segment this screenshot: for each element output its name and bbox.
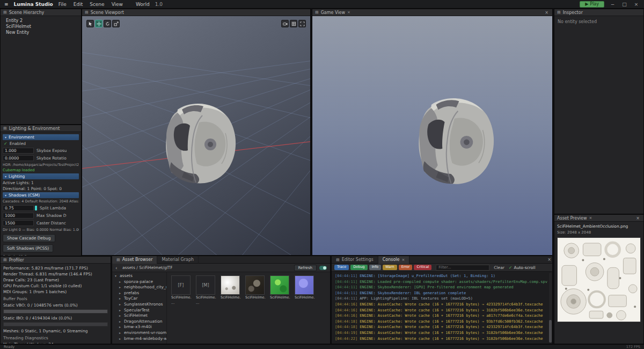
folder-label: SpecularTest — [124, 308, 150, 314]
lighting-section-header[interactable]: ▾ Lighting — [3, 173, 79, 179]
asset-browser-body: ▾ assets ▸ sponza-palace ▸ neighbourhood… — [112, 272, 330, 344]
maximize-button[interactable]: □ — [621, 2, 628, 7]
rotate-tool-button[interactable] — [104, 20, 111, 27]
camera-button[interactable] — [281, 20, 289, 27]
clear-logs-button[interactable]: Clear — [494, 265, 504, 270]
menu-item[interactable]: File — [58, 2, 67, 7]
tab-editor-settings[interactable]: ▤ Editor Settings — [332, 256, 378, 264]
game-view-canvas[interactable] — [312, 16, 552, 255]
tree-root-folder[interactable]: ▾ assets — [112, 273, 166, 279]
asset-card[interactable]: [M] SciFiHelme... ... — [196, 275, 217, 305]
tab-label: Asset Browser — [122, 257, 153, 262]
scifi-helmet-model[interactable] — [136, 91, 243, 193]
show-cascade-debug-button[interactable]: Show Cascade Debug — [3, 234, 55, 242]
console-panel-close-icon[interactable]: × — [546, 257, 552, 262]
view-toggle-icon[interactable] — [319, 266, 327, 270]
scene-viewport-canvas[interactable] — [82, 16, 310, 255]
shadows-section-header[interactable]: ▾ Shadows (CSM) — [3, 192, 79, 198]
tree-folder[interactable]: ▸ SciFiHelmet — [112, 313, 166, 319]
tab-label: Material Graph — [162, 257, 194, 262]
caster-distance-field[interactable]: 1500 — [3, 220, 34, 226]
panel-title: Inspector — [563, 10, 583, 15]
split-lambda-slider[interactable] — [35, 206, 37, 210]
tree-folder[interactable]: ▸ SunglassesKhronos — [112, 302, 166, 308]
back-icon[interactable]: ‹ — [115, 265, 120, 271]
log-level-chip[interactable]: Warn — [383, 265, 397, 270]
skybox-rotation-field[interactable]: 0.0000 — [3, 155, 34, 161]
tree-folder[interactable]: ▸ neighbourhood_city_mo... — [112, 285, 166, 290]
asset-preview-tab-close-icon[interactable]: × — [589, 216, 592, 220]
tab-asset-browser[interactable]: ▤ Asset Browser — [112, 256, 157, 264]
asset-card[interactable]: [F] SciFiHelme... ... — [171, 275, 193, 305]
lighting-header[interactable]: ▤ Lighting & Environment — [1, 125, 81, 132]
asset-preview-header[interactable]: Asset Preview × × — [554, 215, 643, 222]
tree-folder[interactable]: ▸ prefabs — [112, 290, 166, 296]
menu-item[interactable]: Scene — [90, 2, 104, 7]
hierarchy-entity[interactable]: New Entity — [1, 30, 81, 35]
log-level-chip[interactable]: Debug — [350, 265, 367, 270]
game-view-close-icon[interactable]: × — [544, 10, 550, 15]
move-tool-button[interactable] — [95, 20, 103, 27]
asset-preview-close-icon[interactable]: × — [635, 216, 641, 221]
console-scrollbar[interactable] — [549, 273, 552, 343]
menu-item[interactable]: Edit — [74, 2, 83, 7]
enabled-checkbox[interactable]: ✓ Enabled — [4, 141, 79, 146]
soft-shadows-button[interactable]: Soft Shadows (PCSS) — [3, 244, 53, 252]
world-selector[interactable]: World — [136, 2, 150, 7]
console-tab-close-icon[interactable]: × — [401, 258, 405, 262]
environment-section-header[interactable]: ▾ Environment — [3, 134, 79, 140]
console-log-list[interactable]: [04:44:11]ENGINE: [StorageImage] u_Prefi… — [332, 272, 552, 344]
inspector-header[interactable]: ▤ Inspector — [554, 9, 643, 16]
tree-folder[interactable]: ▸ SpecularTest — [112, 308, 166, 314]
profiler-header[interactable]: ▤ Profiler — [1, 257, 111, 264]
tree-folder[interactable]: ▸ bmw-x3-m40i — [112, 324, 166, 330]
grid-toggle-button[interactable] — [290, 20, 297, 27]
autoscroll-toggle[interactable]: ✓ Auto-scroll — [509, 265, 536, 270]
hierarchy-entity[interactable]: SciFiHelmet — [1, 24, 81, 30]
asset-card[interactable]: SciFiHelme... — [295, 275, 316, 305]
scene-viewport-header[interactable]: ▤ Scene Viewport — [82, 9, 310, 16]
game-view-header[interactable]: ▤ Game View × × — [312, 9, 552, 16]
log-level-chip[interactable]: Trace — [334, 265, 349, 270]
tree-folder[interactable]: ▸ ToyCar — [112, 296, 166, 302]
refresh-button[interactable]: Refresh — [294, 265, 317, 271]
menu-item[interactable]: View — [112, 2, 123, 7]
asset-preview-body: SciFiHelmet_AmbientOcclusion.png Size: 2… — [554, 222, 643, 324]
select-tool-button[interactable] — [86, 20, 94, 27]
chevron-right-icon: ▸ — [119, 324, 122, 330]
split-lambda-field[interactable]: 0.75 — [3, 205, 34, 211]
tree-folder[interactable]: ▸ environment-vr-room-b... — [112, 330, 166, 336]
asset-thumbnail: [M] — [196, 275, 215, 295]
tree-folder[interactable]: ▸ bmw-m4-widebody-wv... — [112, 336, 166, 342]
log-message: ENGINE: AssetCache: Wrote cache (16 + 16… — [360, 314, 543, 318]
close-button[interactable]: × — [633, 2, 640, 7]
log-message: ENGINE: SkyboxRenderer: IBL generation c… — [360, 291, 466, 295]
tab-material-graph[interactable]: Material Graph — [157, 256, 199, 264]
tree-folder[interactable]: ▸ DragonAttenuation — [112, 319, 166, 325]
chevron-right-icon: ▸ — [119, 290, 122, 296]
scrollbar-thumb[interactable] — [549, 320, 552, 343]
minimize-button[interactable]: − — [609, 2, 616, 7]
menu-bar: FileEditSceneView — [58, 2, 123, 7]
tab-console[interactable]: Console × — [378, 256, 410, 264]
play-button[interactable]: ▶ Play — [580, 1, 604, 8]
log-level-chip[interactable]: Info — [369, 265, 381, 270]
log-level-chip[interactable]: Critical — [414, 265, 431, 270]
hierarchy-entity[interactable]: Entity 2 — [1, 18, 81, 24]
asset-card[interactable]: SciFiHelme... — [221, 275, 242, 305]
profiler-stat: Render Thread: 6.831 ms/frame (146.4 FPS… — [3, 271, 108, 277]
profiler-stat: MDI Groups: 1 (from 1 batches) — [3, 289, 108, 295]
tree-folder[interactable]: ▸ sponza-palace — [112, 279, 166, 285]
profiler-panel: ▤ Profiler Performance: 5.823 ms/frame (… — [0, 256, 111, 344]
max-shadow-field[interactable]: 1000 — [3, 213, 34, 219]
game-view-tab-close-icon[interactable]: × — [347, 10, 350, 14]
asset-card[interactable]: SciFiHelme... — [270, 275, 291, 305]
asset-card[interactable]: SciFiHelme... — [245, 275, 267, 305]
window-controls: ▶ Play − □ × — [580, 1, 640, 8]
scene-hierarchy-header[interactable]: ▤ Scene Hierarchy — [1, 9, 81, 16]
log-level-chip[interactable]: Error — [399, 265, 413, 270]
log-filter-input[interactable] — [436, 265, 489, 271]
scale-tool-button[interactable] — [112, 20, 120, 27]
maximize-viewport-button[interactable] — [298, 20, 306, 27]
skybox-exposure-field[interactable]: 1.000 — [3, 148, 34, 154]
